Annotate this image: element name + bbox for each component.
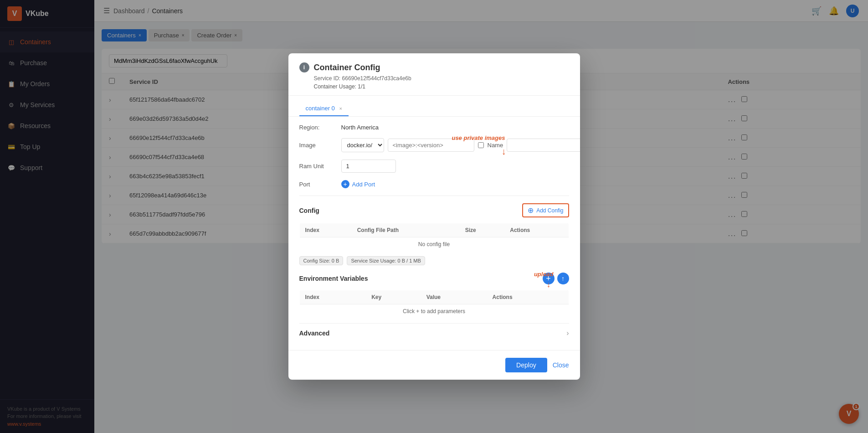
private-image-checkbox[interactable] [478,142,484,148]
service-size-badge: Service Size Usage: 0 B / 1 MB [347,256,425,265]
config-header: Config ⊕ Add Config [299,203,569,217]
image-version-input[interactable] [388,139,474,152]
add-config-button[interactable]: ⊕ Add Config [522,203,569,217]
modal-tab-close-icon[interactable]: × [339,106,342,111]
chevron-right-icon: › [566,329,569,337]
image-row: Image docker.io/ Name [299,138,569,152]
add-port-icon: + [341,180,349,188]
modal-overlay: i Container Config Service ID: 66690e12f… [0,0,868,433]
env-col-actions: Actions [487,290,569,304]
modal-header: i Container Config Service ID: 66690e12f… [288,53,580,96]
port-label: Port [299,181,336,188]
config-no-data: No config file [299,237,569,252]
config-col-path: Config File Path [352,223,460,237]
modal-close-button[interactable]: Close [553,361,569,369]
env-table: Index Key Value Actions Click + to add p… [299,290,569,319]
config-col-size: Size [460,223,505,237]
env-col-value: Value [421,290,487,304]
config-col-actions: Actions [504,223,569,237]
config-size-badge: Config Size: 0 B [299,256,344,265]
ram-unit-input[interactable] [341,160,396,173]
deploy-button[interactable]: Deploy [505,358,547,372]
env-title: Environment Variables [299,275,368,282]
add-config-label: Add Config [536,207,563,214]
env-add-button[interactable]: + [543,273,555,284]
add-port-button[interactable]: + Add Port [341,180,375,188]
advanced-label: Advanced [299,330,330,337]
image-fields: docker.io/ Name [341,138,580,152]
region-row: Region: North America [299,124,569,131]
container-config-modal: i Container Config Service ID: 66690e12f… [288,53,580,380]
env-section: upload ↓ Environment Variables + ↑ [299,273,569,284]
env-actions: + ↑ [543,273,569,284]
config-footer: Config Size: 0 B Service Size Usage: 0 B… [299,256,569,265]
config-col-index: Index [299,223,352,237]
section-divider-1 [299,196,569,196]
config-title: Config [299,207,319,214]
env-col-index: Index [299,290,366,304]
modal-body: Region: North America use private images… [288,117,580,350]
modal-tab-container0[interactable]: container 0 × [299,101,349,116]
config-table: Index Config File Path Size Actions No c… [299,223,569,252]
image-section: use private images ↓ Image docker.io/ Na… [299,138,569,152]
info-icon: i [299,62,309,72]
image-registry-select[interactable]: docker.io/ [341,138,384,152]
region-value: North America [341,124,379,131]
env-col-key: Key [366,290,421,304]
env-upload-button[interactable]: ↑ [557,273,569,284]
ram-unit-row: Ram Unit [299,160,569,173]
modal-container-usage: Container Usage: 1/1 [314,83,569,90]
modal-title: Container Config [314,63,380,72]
env-header: Environment Variables + ↑ [299,273,569,284]
add-port-label: Add Port [352,181,375,188]
env-no-data: Click + to add parameters [299,304,569,319]
advanced-row[interactable]: Advanced › [299,323,569,343]
modal-tabs: container 0 × [288,96,580,117]
modal-service-id: Service ID: 66690e12f544cf7d33ca4e6b [314,75,569,82]
region-label: Region: [299,124,336,131]
add-config-plus-icon: ⊕ [528,206,534,215]
ram-unit-label: Ram Unit [299,163,336,170]
image-label: Image [299,142,336,149]
modal-tab-label: container 0 [306,105,335,112]
name-label: Name [488,142,503,149]
modal-footer: Deploy Close [288,350,580,380]
port-row: Port + Add Port [299,180,569,188]
container-name-input[interactable] [507,139,580,152]
